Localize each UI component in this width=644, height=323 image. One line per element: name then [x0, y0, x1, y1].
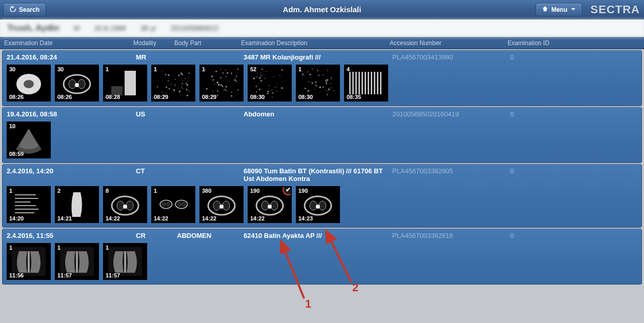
svg-point-53 — [179, 91, 180, 92]
thumb-time: 08:59 — [9, 151, 24, 157]
svg-rect-222 — [380, 72, 381, 94]
svg-point-65 — [220, 69, 222, 70]
thumb-count: 1 — [298, 66, 301, 72]
svg-point-113 — [269, 85, 270, 86]
exam-row[interactable]: 2.4.2016, 11:55 CR ABDOMEN 62410 Batin A… — [2, 229, 642, 285]
exam-date: 2.4.2016, 11:55 — [3, 232, 136, 239]
series-thumb[interactable]: 4 08:35 — [344, 65, 388, 102]
col-header-accession[interactable]: Accession Number — [390, 39, 508, 47]
series-thumb[interactable]: 1 14:20 — [7, 186, 51, 223]
exam-list[interactable]: 21.4.2016, 08:24 MR 3487 MR Kolanjiograf… — [0, 49, 644, 323]
svg-point-71 — [231, 95, 232, 97]
series-thumb[interactable]: 52 08:30 — [248, 65, 292, 102]
series-thumb[interactable]: 1 08:28 — [103, 65, 147, 102]
col-header-modality[interactable]: Modality — [133, 39, 174, 47]
svg-point-21 — [169, 88, 170, 90]
col-header-eid[interactable]: Examination ID — [508, 39, 644, 47]
svg-point-146 — [276, 86, 277, 87]
exam-header[interactable]: 19.4.2016, 08:58 US Abdomen 201005695020… — [3, 108, 641, 119]
search-button[interactable]: Search — [3, 3, 46, 16]
exam-row[interactable]: 21.4.2016, 08:24 MR 3487 MR Kolanjiograf… — [2, 50, 642, 106]
svg-point-132 — [260, 73, 261, 73]
exam-date: 21.4.2016, 08:24 — [3, 53, 136, 61]
patient-name: Trush, Aydin — [7, 23, 59, 33]
svg-point-14 — [166, 93, 166, 93]
svg-point-131 — [272, 93, 273, 94]
svg-point-152 — [255, 86, 257, 87]
thumb-time: 14:22 — [106, 215, 120, 221]
svg-point-49 — [181, 87, 182, 88]
svg-point-64 — [225, 76, 226, 77]
svg-point-151 — [276, 91, 277, 92]
series-thumb[interactable]: 380 14:22 — [199, 186, 244, 223]
series-thumb[interactable]: 1 11:57 — [55, 243, 99, 280]
thumb-time: 14:23 — [298, 215, 313, 221]
svg-point-233 — [160, 200, 172, 208]
svg-point-100 — [205, 69, 206, 70]
series-thumb[interactable]: 10 08:59 — [7, 122, 51, 158]
svg-point-203 — [308, 81, 309, 82]
svg-point-11 — [162, 71, 163, 71]
svg-point-93 — [227, 72, 228, 74]
svg-point-91 — [214, 84, 215, 85]
svg-point-134 — [260, 80, 262, 82]
svg-point-70 — [235, 91, 236, 91]
exam-modality: CT — [136, 167, 177, 175]
svg-rect-214 — [355, 72, 357, 94]
exam-header[interactable]: 2.4.2016, 14:20 CT 68090 Tum Batin BT (K… — [3, 165, 641, 184]
svg-point-121 — [274, 76, 274, 77]
svg-point-137 — [281, 87, 283, 89]
svg-point-78 — [206, 88, 208, 89]
svg-point-177 — [309, 74, 311, 75]
series-thumb[interactable]: 1 08:30 — [296, 65, 340, 102]
svg-point-154 — [267, 91, 269, 92]
series-thumb[interactable]: 1 11:57 — [103, 243, 147, 280]
series-thumb[interactable]: 1 14:22 — [151, 186, 195, 223]
series-thumb[interactable]: 30 08:26 — [7, 65, 51, 102]
svg-point-97 — [236, 80, 237, 82]
thumb-count: 4 — [347, 66, 350, 72]
svg-point-145 — [275, 87, 276, 88]
titlebar: Search Adm. Ahmet Ozkislali Menu SECTRA — [0, 0, 644, 19]
series-thumb[interactable]: 190 14:22 ✔ — [248, 186, 292, 223]
svg-rect-8 — [156, 69, 190, 97]
svg-point-178 — [302, 87, 303, 87]
series-thumb[interactable]: 30 08:26 — [55, 65, 99, 102]
svg-point-238 — [182, 202, 185, 206]
series-thumbnails: 30 08:26 30 08:26 1 08:28 1 08:29 1 08:2… — [3, 63, 641, 106]
col-header-desc[interactable]: Examination Description — [241, 39, 390, 47]
patient-f3: 38 yr — [140, 24, 156, 32]
svg-rect-254 — [76, 251, 78, 273]
svg-point-80 — [231, 72, 232, 74]
svg-point-166 — [327, 70, 328, 71]
exam-desc: 3487 MR Kolanjiografi /// — [244, 53, 392, 61]
series-thumbnails: 1 11:56 1 11:57 1 11:57 — [3, 241, 641, 284]
series-thumb[interactable]: 1 08:29 — [199, 65, 244, 102]
exam-header[interactable]: 2.4.2016, 11:55 CR ABDOMEN 62410 Batin A… — [3, 229, 641, 241]
svg-point-147 — [277, 84, 278, 84]
series-thumb[interactable]: 2 14:21 — [55, 186, 99, 223]
exam-date: 19.4.2016, 08:58 — [3, 110, 136, 118]
exam-header[interactable]: 21.4.2016, 08:24 MR 3487 MR Kolanjiograf… — [3, 51, 641, 63]
series-thumb[interactable]: 8 14:22 — [103, 186, 147, 223]
svg-point-232 — [123, 205, 127, 209]
col-header-date[interactable]: Examination Date — [0, 39, 133, 47]
svg-point-190 — [311, 82, 311, 83]
series-thumb[interactable]: 1 08:29 — [151, 65, 195, 102]
menu-button[interactable]: Menu — [535, 3, 582, 16]
svg-point-236 — [175, 200, 187, 208]
thumb-time: 14:20 — [9, 215, 24, 221]
thumb-time: 08:26 — [9, 94, 24, 100]
series-thumb[interactable]: 1 11:56 — [7, 243, 51, 280]
svg-point-241 — [223, 201, 230, 210]
thumb-time: 11:57 — [106, 272, 120, 278]
svg-point-182 — [320, 92, 320, 92]
exam-row[interactable]: 2.4.2016, 14:20 CT 68090 Tum Batin BT (K… — [2, 164, 642, 228]
thumb-count: 1 — [9, 188, 12, 194]
svg-point-174 — [325, 80, 327, 82]
svg-point-130 — [264, 75, 264, 75]
exam-row[interactable]: 19.4.2016, 08:58 US Abdomen 201005695020… — [2, 107, 642, 163]
col-header-bodypart[interactable]: Body Part — [174, 39, 241, 47]
series-thumb[interactable]: 190 14:23 — [296, 186, 340, 223]
svg-point-168 — [327, 79, 328, 80]
